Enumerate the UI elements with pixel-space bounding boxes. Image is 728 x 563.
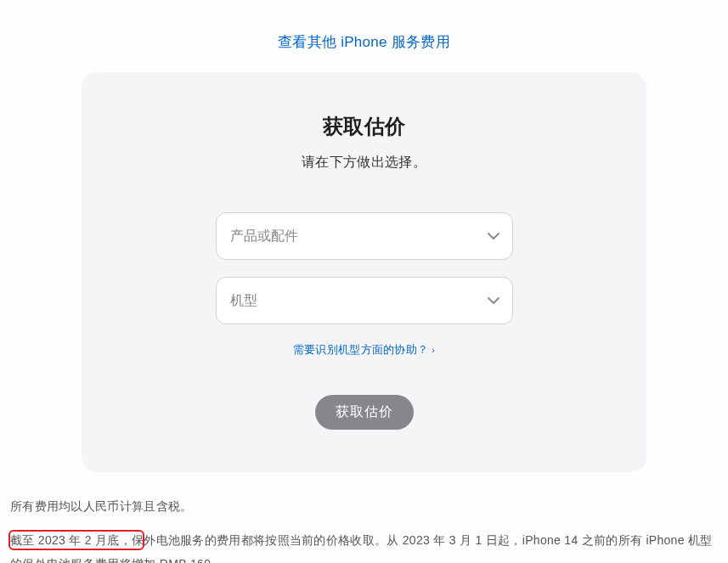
help-link-label: 需要识别机型方面的协助？ [293,342,429,358]
get-estimate-button[interactable]: 获取估价 [315,395,414,430]
product-select-wrap: 产品或配件 [216,212,513,260]
help-link-row: 需要识别机型方面的协助？ › [116,341,612,358]
model-select-wrap: 机型 [216,277,513,324]
model-select-placeholder: 机型 [230,292,257,310]
card-subtitle: 请在下方做出选择。 [116,154,612,172]
model-select[interactable]: 机型 [216,277,513,324]
chevron-right-icon: › [432,345,435,355]
card-title: 获取估价 [116,113,612,140]
footer-note-2-highlight: 费用将增加 RMB 169。 [95,557,223,563]
footer-note-1: 所有费用均以人民币计算且含税。 [10,494,718,518]
estimate-card: 获取估价 请在下方做出选择。 产品或配件 机型 需要识别机型方面的协助？ › 获… [82,72,646,472]
top-link-row: 查看其他 iPhone 服务费用 [0,0,728,72]
footer-notes: 所有费用均以人民币计算且含税。 截至 2023 年 2 月底，保外电池服务的费用… [0,472,728,563]
view-other-services-link[interactable]: 查看其他 iPhone 服务费用 [278,34,450,50]
footer-note-2: 截至 2023 年 2 月底，保外电池服务的费用都将按照当前的价格收取。从 20… [10,528,718,563]
product-select-placeholder: 产品或配件 [230,228,298,245]
identify-model-help-link[interactable]: 需要识别机型方面的协助？ › [293,342,436,358]
product-select[interactable]: 产品或配件 [216,212,513,260]
